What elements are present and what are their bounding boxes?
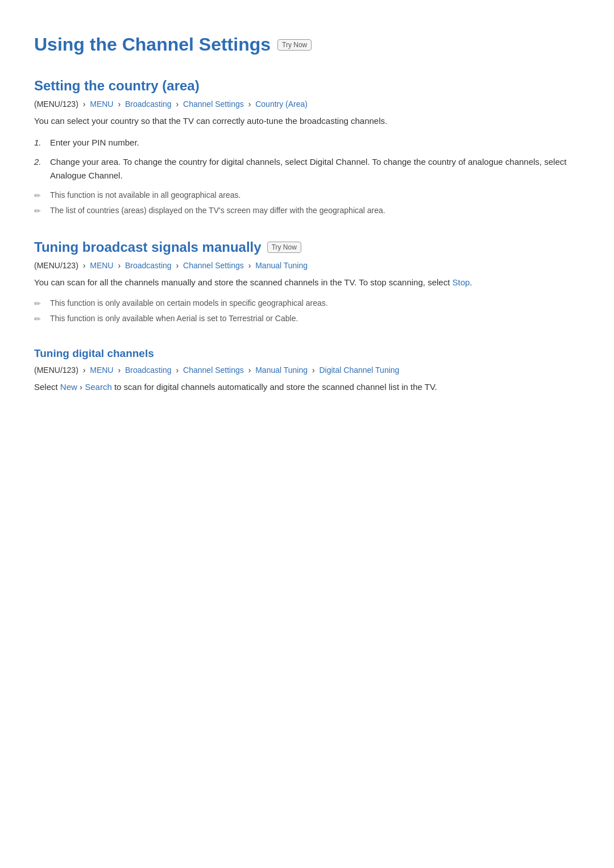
section-tuning-manually: Tuning broadcast signals manually Try No… — [34, 239, 580, 325]
section1-steps: 1. Enter your PIN number. 2. Change your… — [34, 136, 580, 182]
note4: This function is only available when Aer… — [34, 313, 580, 325]
terrestrial-link[interactable]: Terrestrial — [229, 314, 263, 323]
section2-notes: This function is only available on certa… — [34, 297, 580, 325]
section2-breadcrumb: (MENU/123) › MENU › Broadcasting › Chann… — [34, 261, 580, 270]
analogue-channel-link[interactable]: Analogue Channel — [50, 171, 120, 180]
note2: The list of countries (areas) displayed … — [34, 205, 580, 217]
section3-body: Select New › Search to scan for digital … — [34, 380, 580, 394]
page-title: Using the Channel Settings Try Now — [34, 34, 580, 55]
section-tuning-digital: Tuning digital channels (MENU/123) › MEN… — [34, 347, 580, 394]
section3-subtitle: Tuning digital channels — [34, 347, 580, 360]
section3-breadcrumb: (MENU/123) › MENU › Broadcasting › Chann… — [34, 366, 580, 375]
section1-notes: This function is not available in all ge… — [34, 189, 580, 217]
section2-try-now-badge[interactable]: Try Now — [267, 242, 301, 253]
section1-title: Setting the country (area) — [34, 78, 580, 94]
stop-link[interactable]: Stop — [452, 277, 470, 287]
section2-title: Tuning broadcast signals manually Try No… — [34, 239, 580, 255]
page-title-text: Using the Channel Settings — [34, 34, 271, 55]
digital-channel-link[interactable]: Digital Channel — [310, 157, 368, 167]
section2-body: You can scan for all the channels manual… — [34, 276, 580, 289]
aerial-link[interactable]: Aerial — [177, 314, 197, 323]
step1: 1. Enter your PIN number. — [34, 136, 580, 149]
section1-breadcrumb: (MENU/123) › MENU › Broadcasting › Chann… — [34, 99, 580, 109]
cable-link[interactable]: Cable — [275, 314, 296, 323]
step2: 2. Change your area. To change the count… — [34, 155, 580, 182]
note3: This function is only available on certa… — [34, 297, 580, 309]
search-link[interactable]: Search — [85, 382, 112, 392]
section1-body: You can select your country so that the … — [34, 114, 580, 128]
try-now-badge[interactable]: Try Now — [277, 39, 312, 51]
new-link[interactable]: New — [60, 382, 77, 392]
section-country-area: Setting the country (area) (MENU/123) › … — [34, 78, 580, 217]
note1: This function is not available in all ge… — [34, 189, 580, 201]
